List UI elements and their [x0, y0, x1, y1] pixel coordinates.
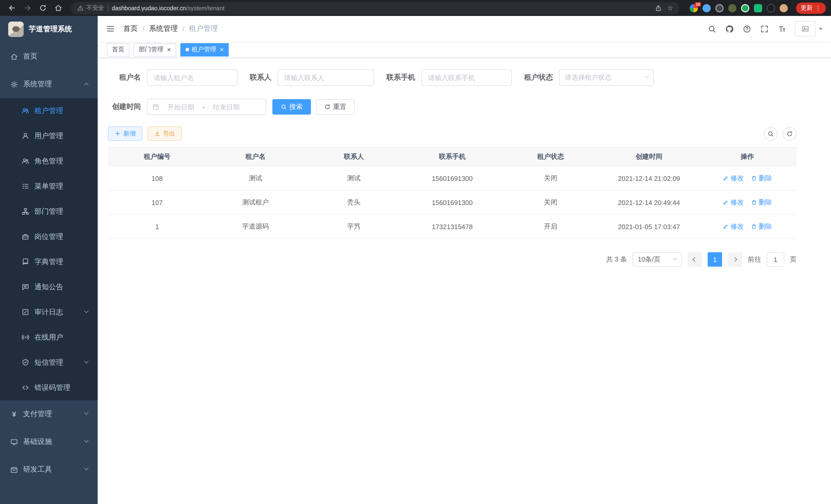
sidebar-item-error-code[interactable]: 错误码管理 [0, 375, 98, 400]
forward-icon[interactable] [21, 1, 34, 14]
reset-button[interactable]: 重置 [316, 99, 354, 115]
extension-icon-darkring[interactable] [715, 4, 724, 12]
sidebar-toggle-icon[interactable] [106, 24, 115, 33]
home-icon[interactable] [51, 1, 65, 14]
sidebar-item-system[interactable]: 系统管理 [0, 70, 98, 98]
edit-link[interactable]: 修改 [723, 174, 744, 183]
toggle-search-button[interactable] [764, 127, 778, 141]
date-range-picker[interactable]: - [147, 99, 266, 115]
next-page-button[interactable] [728, 252, 742, 267]
download-icon [154, 130, 160, 137]
extension-icon-pinwheel[interactable] [767, 4, 775, 12]
sidebar-logo[interactable]: 芋道管理系统 [0, 16, 98, 42]
close-icon[interactable]: × [220, 46, 224, 53]
breadcrumb: 首页 / 系统管理 / 租户管理 [123, 24, 218, 33]
header-search-icon[interactable] [708, 24, 716, 33]
help-icon[interactable] [743, 24, 751, 33]
add-button[interactable]: 新增 [108, 126, 142, 141]
cell-id: 1 [108, 214, 206, 239]
sidebar-item-dict[interactable]: 字典管理 [0, 249, 98, 274]
extension-icon-blue[interactable] [703, 4, 711, 12]
delete-link[interactable]: 删除 [751, 222, 772, 231]
extensions-tray: 10 [686, 4, 792, 12]
sidebar-item-dept[interactable]: 部门管理 [0, 199, 98, 224]
sidebar-item-online-users[interactable]: 在线用户 [0, 325, 98, 350]
column-header: 租户状态 [501, 147, 600, 166]
message-icon [22, 283, 29, 291]
table-row: 107 测试租户 秃头 15601691300 关闭 2021-12-14 20… [108, 190, 797, 214]
browser-update-button[interactable]: 更新 ⋮ [796, 2, 826, 13]
sidebar-item-tenant[interactable]: 租户管理 [0, 98, 98, 123]
menu-list-icon [22, 182, 29, 190]
monitor-icon [10, 438, 18, 446]
edit-link[interactable]: 修改 [723, 198, 744, 207]
reload-icon[interactable] [36, 1, 49, 14]
filter-row-1: 租户名 联系人 联系手机 租户状态 [108, 69, 797, 86]
shield-icon [22, 359, 29, 366]
tab-dept[interactable]: 部门管理 × [134, 43, 176, 56]
breadcrumb-system[interactable]: 系统管理 [149, 24, 178, 33]
refresh-table-button[interactable] [783, 127, 797, 141]
close-icon[interactable]: × [167, 46, 171, 53]
security-indicator[interactable]: 不安全 [77, 4, 104, 12]
extension-icon-colorwheel[interactable]: 10 [690, 4, 698, 12]
address-bar[interactable]: 不安全 dashboard.yudao.iocoder.cn/system/te… [71, 2, 679, 14]
contact-input[interactable] [278, 69, 374, 86]
user-avatar-menu[interactable] [795, 21, 823, 36]
sidebar-item-payment[interactable]: ¥ 支付管理 [0, 400, 98, 428]
breadcrumb-home[interactable]: 首页 [123, 24, 138, 33]
extension-icon-olive[interactable] [728, 4, 737, 12]
tenant-name-input[interactable] [147, 69, 237, 86]
sidebar-item-home[interactable]: 首页 [0, 42, 98, 70]
phone-label: 联系手机 [386, 73, 415, 82]
sidebar-item-audit-log[interactable]: 审计日志 [0, 299, 98, 325]
back-icon[interactable] [5, 1, 19, 14]
sidebar-item-menu[interactable]: 菜单管理 [0, 174, 98, 199]
sidebar-item-label: 菜单管理 [34, 182, 63, 191]
profile-avatar[interactable] [780, 4, 788, 12]
font-size-icon[interactable] [778, 24, 786, 33]
status-select[interactable]: 请选择租户状态 [559, 69, 654, 86]
extension-icon-green-square[interactable] [754, 4, 762, 12]
cell-status: 关闭 [501, 166, 600, 190]
calendar-icon [152, 103, 159, 111]
sidebar-item-sms[interactable]: 短信管理 [0, 350, 98, 375]
search-button-label: 搜索 [289, 102, 303, 112]
search-button[interactable]: 搜索 [273, 99, 311, 115]
delete-link[interactable]: 删除 [751, 198, 772, 207]
extension-icon-green-circle[interactable] [741, 4, 749, 12]
sidebar-item-infrastructure[interactable]: 基础设施 [0, 428, 98, 456]
browser-menu-icon[interactable]: ⋮ [815, 4, 821, 11]
date-start-input[interactable] [161, 103, 200, 111]
edit-link[interactable]: 修改 [723, 222, 744, 231]
pencil-icon [723, 175, 729, 181]
goto-page-input[interactable] [767, 252, 784, 267]
tab-label: 部门管理 [139, 45, 164, 54]
page-number-button[interactable]: 1 [708, 252, 722, 267]
status-label: 租户状态 [524, 73, 553, 82]
export-button[interactable]: 导出 [147, 126, 182, 141]
sidebar-item-label: 字典管理 [34, 257, 63, 266]
tab-home[interactable]: 首页 [107, 43, 130, 56]
sidebar-item-label: 部门管理 [34, 207, 63, 216]
create-time-label: 创建时间 [108, 102, 141, 112]
share-icon[interactable] [655, 4, 662, 11]
bookmark-star-icon[interactable]: ☆ [667, 5, 673, 11]
delete-link[interactable]: 删除 [751, 174, 772, 183]
prev-page-button[interactable] [688, 252, 702, 267]
sidebar-item-user[interactable]: 用户管理 [0, 123, 98, 148]
extension-badge: 10 [695, 2, 701, 6]
sidebar-item-post[interactable]: 岗位管理 [0, 224, 98, 249]
date-end-input[interactable] [207, 103, 246, 111]
phone-input[interactable] [422, 69, 512, 86]
sidebar-item-dev-tools[interactable]: 研发工具 [0, 456, 98, 483]
page-size-select[interactable]: 10条/页 [633, 252, 682, 267]
sidebar-item-notice[interactable]: 通知公告 [0, 274, 98, 299]
update-label: 更新 [801, 4, 812, 12]
cell-id: 108 [108, 166, 206, 190]
tab-tenant[interactable]: 租户管理 × [180, 43, 229, 56]
github-icon[interactable] [725, 24, 734, 33]
fullscreen-icon[interactable] [760, 24, 769, 33]
sidebar-item-role[interactable]: 角色管理 [0, 148, 98, 174]
sidebar-item-label: 研发工具 [23, 465, 52, 474]
